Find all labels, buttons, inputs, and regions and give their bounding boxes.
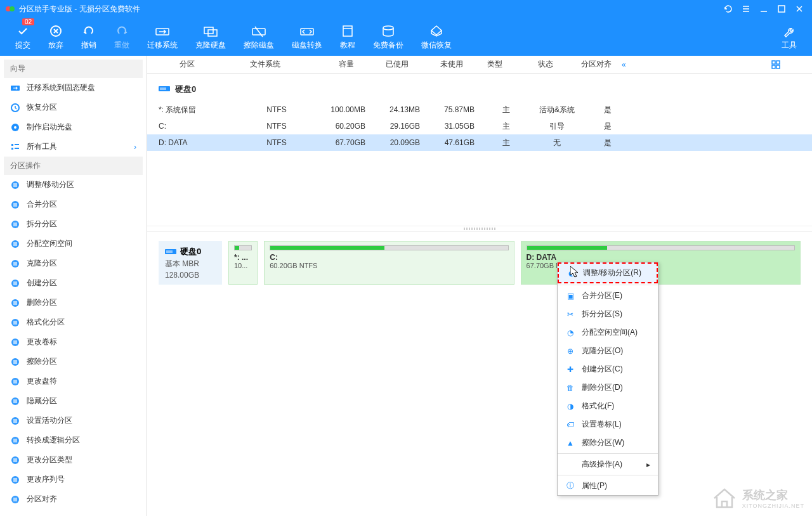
watermark-sub: XITONGZHIJIA.NET — [742, 503, 804, 509]
sidebar-item-label: 删除分区 — [27, 297, 57, 308]
diskmap-block[interactable]: *: ...10... — [228, 241, 258, 285]
partition-row[interactable]: D: DATANTFS67.70GB20.09GB47.61GB主无是 — [147, 134, 812, 151]
sidebar-item-icon — [10, 298, 20, 308]
cell-status: 无 — [532, 138, 582, 148]
context-menu-item[interactable]: 🗑删除分区(D) — [558, 378, 658, 397]
submit-badge: 02 — [22, 18, 34, 25]
partition-row[interactable]: C:NTFS60.20GB29.16GB31.05GB主引导是 — [147, 118, 812, 134]
splitter[interactable] — [147, 226, 812, 232]
context-menu-item[interactable]: ▲擦除分区(W) — [558, 434, 658, 452]
sidebar-item[interactable]: 更改分区类型 — [4, 450, 143, 470]
discard-button[interactable]: 放弃 — [39, 21, 72, 53]
context-menu-item[interactable]: ✂拆分分区(S) — [558, 305, 658, 323]
sidebar-item[interactable]: 迁移系统到固态硬盘 — [4, 78, 143, 98]
svg-rect-26 — [13, 262, 17, 266]
clone-button[interactable]: 克隆硬盘 — [187, 21, 235, 53]
sidebar-item-icon — [10, 318, 20, 328]
sidebar-item-label: 调整/移动分区 — [27, 179, 74, 190]
col-status[interactable]: 状态 — [520, 59, 571, 70]
col-name[interactable]: 分区 — [147, 59, 233, 70]
sidebar-item[interactable]: 转换成逻辑分区 — [4, 430, 143, 450]
context-menu-item[interactable]: ▣合并分区(E) — [558, 287, 658, 305]
sidebar-item[interactable]: 更改盘符 — [4, 371, 143, 391]
diskmap-label: C: — [270, 253, 508, 262]
convert-button[interactable]: 磁盘转换 — [283, 21, 331, 53]
partition-row[interactable]: *: 系统保留NTFS100.00MB24.13MB75.87MB主活动&系统是 — [147, 101, 812, 118]
sidebar-item-icon — [10, 259, 20, 269]
sidebar-item[interactable]: 克隆分区 — [4, 254, 143, 273]
svg-rect-54 — [776, 65, 780, 68]
wechat-recover-button[interactable]: 微信恢复 — [412, 21, 461, 53]
sidebar-item-icon — [10, 455, 20, 465]
cell-fs: NTFS — [245, 105, 308, 114]
context-menu-item[interactable]: ⊕克隆分区(O) — [558, 342, 658, 360]
disk-map: 硬盘0 基本 MBR 128.00GB *: ...10...C:60.20GB… — [147, 232, 812, 293]
x-circle-icon — [48, 23, 63, 39]
svg-rect-32 — [13, 321, 17, 325]
view-grid-icon[interactable] — [765, 60, 787, 69]
sidebar-item[interactable]: 制作启动光盘 — [4, 117, 143, 137]
minimize-icon[interactable] — [756, 1, 771, 16]
refresh-icon[interactable] — [721, 1, 736, 16]
col-fs[interactable]: 文件系统 — [233, 59, 297, 70]
svg-rect-28 — [13, 281, 17, 285]
sidebar-item[interactable]: 所有工具› — [4, 137, 143, 157]
sidebar-item[interactable]: 更改卷标 — [4, 332, 143, 352]
col-free[interactable]: 未使用 — [415, 59, 469, 70]
tools-button[interactable]: 工具 — [773, 21, 806, 53]
disk-map-sub1: 基本 MBR — [165, 259, 216, 269]
context-menu-item[interactable]: 🏷设置卷标(L) — [558, 415, 658, 434]
svg-rect-44 — [13, 439, 17, 442]
context-menu-label: 合并分区(E) — [582, 290, 622, 301]
collapse-columns-icon[interactable]: « — [622, 60, 641, 69]
context-menu-item[interactable]: ⓘ属性(P) — [558, 477, 658, 495]
context-menu-item[interactable]: ◑格式化(F) — [558, 397, 658, 415]
close-icon[interactable] — [792, 1, 807, 16]
sidebar-item-label: 所有工具 — [27, 141, 57, 152]
sidebar-item-icon — [10, 377, 20, 387]
sidebar-item[interactable]: 分配空闲空间 — [4, 234, 143, 254]
sidebar-item[interactable]: 调整/移动分区 — [4, 175, 143, 195]
context-menu-item[interactable]: ◔分配空闲空间(A) — [558, 323, 658, 342]
migrate-button[interactable]: 迁移系统 — [138, 21, 187, 53]
context-menu-icon: ◑ — [565, 401, 575, 411]
redo-button[interactable]: 重做 — [105, 21, 138, 53]
sidebar-item-icon — [10, 416, 20, 426]
sidebar-item[interactable]: 更改序列号 — [4, 470, 143, 489]
submit-button[interactable]: 02 提交 — [6, 21, 39, 53]
undo-button[interactable]: 撤销 — [72, 21, 105, 53]
sidebar-item[interactable]: 隐藏分区 — [4, 391, 143, 411]
cell-type: 主 — [481, 138, 532, 148]
sidebar-item[interactable]: 合并分区 — [4, 195, 143, 214]
context-menu-label: 属性(P) — [582, 481, 607, 491]
sidebar-item[interactable]: 分区对齐 — [4, 489, 143, 509]
sidebar-item[interactable]: 创建分区 — [4, 273, 143, 293]
sidebar-item[interactable]: 删除分区 — [4, 293, 143, 313]
diskmap-block[interactable]: C:60.20GB NTFS — [264, 241, 514, 285]
col-cap[interactable]: 容量 — [297, 59, 360, 70]
tutorial-button[interactable]: 教程 — [331, 21, 364, 53]
sidebar-item[interactable]: 擦除分区 — [4, 352, 143, 371]
discard-label: 放弃 — [48, 40, 63, 51]
disk-icon — [165, 248, 176, 255]
sidebar-item-label: 迁移系统到固态硬盘 — [27, 82, 95, 93]
disk-header[interactable]: 硬盘0 — [147, 81, 812, 101]
backup-button[interactable]: 免费备份 — [364, 21, 412, 53]
col-used[interactable]: 已使用 — [360, 59, 415, 70]
clone-icon — [203, 23, 218, 39]
sidebar-item[interactable]: 格式化分区 — [4, 313, 143, 332]
col-align[interactable]: 分区对齐 — [571, 59, 622, 70]
sidebar-item[interactable]: 拆分分区 — [4, 214, 143, 234]
svg-rect-46 — [13, 458, 17, 462]
menu-icon[interactable] — [738, 1, 754, 16]
context-menu-item[interactable]: 高级操作(A)▸ — [558, 455, 658, 474]
context-menu-item[interactable]: ✚创建分区(C) — [558, 360, 658, 378]
disk-info-panel[interactable]: 硬盘0 基本 MBR 128.00GB — [159, 241, 222, 285]
wipe-button[interactable]: 擦除磁盘 — [235, 21, 283, 53]
sidebar-item[interactable]: 设置活动分区 — [4, 411, 143, 430]
sidebar-group-title: 分区操作 — [4, 157, 143, 175]
sidebar-item-label: 设置活动分区 — [27, 415, 72, 426]
sidebar-item[interactable]: 恢复分区 — [4, 98, 143, 117]
maximize-icon[interactable] — [774, 1, 789, 16]
col-type[interactable]: 类型 — [469, 59, 520, 70]
